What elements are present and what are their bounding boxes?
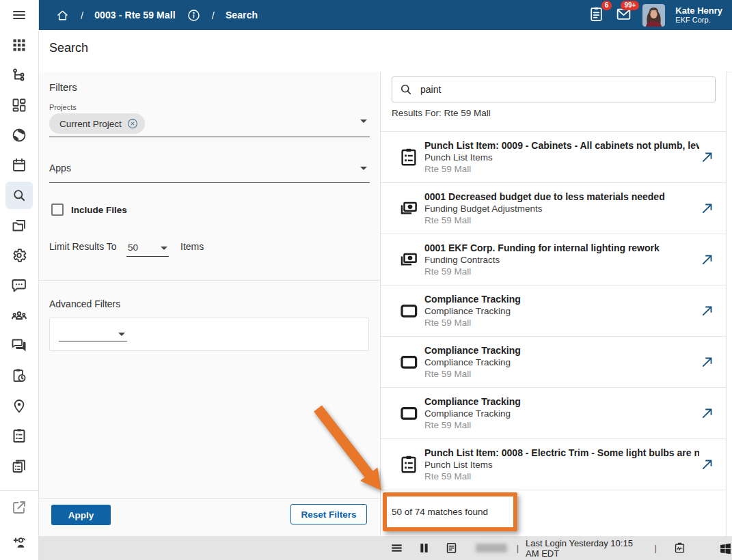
sidebar-item-folders[interactable] [0,210,39,240]
footer-separator: | [655,543,657,553]
user-company: EKF Corp. [675,16,722,25]
result-title: Punch List Item: 0008 - Electric Trim - … [424,447,699,459]
funding-icon [398,249,419,270]
apps-label: Apps [49,163,71,173]
menu-icon [390,542,403,555]
result-text: Compliance Tracking Compliance Tracking … [424,396,699,431]
user-name: Kate Henry [675,5,722,16]
result-type: Punch List Items [424,152,699,163]
sidebar-item-groups[interactable] [0,300,39,331]
filters-action-bar: Apply Reset Filters [39,498,381,536]
mail-button[interactable]: 99+ [615,5,632,25]
windows-logo-icon [719,542,732,555]
sidebar-item-calendar[interactable] [0,150,39,180]
apply-button[interactable]: Apply [51,505,111,525]
breadcrumb-project[interactable]: 0003 - Rte 59 Mall [94,10,176,20]
home-icon [55,8,70,23]
limit-select-caret[interactable] [161,247,167,250]
redacted-text [476,544,507,552]
result-text: Compliance Tracking Compliance Tracking … [424,345,699,380]
result-title: Compliance Tracking [424,396,699,408]
include-files-checkbox[interactable] [51,204,64,216]
activity-monitor-icon [673,542,686,555]
filters-title: Filters [49,81,77,93]
sidebar-item-search[interactable] [0,180,39,210]
windows-taskbar-button[interactable] [719,542,732,555]
open-result-arrow-icon[interactable] [700,354,715,369]
sidebar-item-workflow[interactable] [0,60,39,90]
sidebar-item-settings[interactable] [0,240,39,270]
punch-list-icon [398,454,419,475]
limit-select-underline [126,256,169,257]
sidebar-item-feedback[interactable] [0,270,39,300]
reset-filters-button[interactable]: Reset Filters [290,504,367,524]
workflow-icon [11,67,27,83]
result-text: Punch List Item: 0009 - Cabinets - All c… [424,140,699,175]
result-row[interactable]: 0001 EKF Corp. Funding for internal ligh… [381,234,726,285]
punch-list-icon [398,147,419,167]
sidebar-item-globe[interactable] [0,120,39,150]
result-row[interactable]: Compliance Tracking Compliance Tracking … [381,388,726,439]
result-text: 0001 EKF Corp. Funding for internal ligh… [424,242,699,277]
chip-remove-icon[interactable] [126,117,139,130]
result-row[interactable]: Punch List Item: 0009 - Cabinets - All c… [381,132,726,183]
open-result-arrow-icon[interactable] [700,150,715,165]
result-type-icon [398,454,422,475]
user-avatar[interactable] [642,4,665,27]
gear-icon [11,247,27,264]
apps-select-underline [49,182,370,183]
project-chip-label: Current Project [59,119,122,129]
project-info-button[interactable] [187,8,201,23]
result-row[interactable]: Compliance Tracking Compliance Tracking … [381,285,726,337]
open-result-arrow-icon[interactable] [700,406,715,421]
project-chip[interactable]: Current Project [49,113,145,134]
sidebar-item-add-person[interactable] [0,528,39,558]
sidebar-item-punch-list-copy[interactable] [0,451,39,481]
result-type: Funding Budget Adjustments [424,203,699,214]
footer-pause-button[interactable] [418,542,431,555]
sidebar-item-forum[interactable] [0,331,39,361]
folders-icon [11,217,27,234]
open-result-arrow-icon[interactable] [700,252,715,267]
open-result-arrow-icon[interactable] [700,303,715,318]
limit-results-label: Limit Results To [49,241,117,252]
sidebar-item-punch-list[interactable] [0,421,39,451]
result-project: Rte 59 Mall [424,471,699,482]
apps-grid-icon [11,37,27,53]
sidebar-item-time-tracking[interactable] [0,361,39,391]
result-row[interactable]: Compliance Tracking Compliance Tracking … [381,337,726,388]
hamburger-menu-button[interactable] [0,0,39,30]
result-row[interactable]: Punch List Item: 0008 - Electric Trim - … [381,439,726,490]
user-menu[interactable]: Kate Henry EKF Corp. [675,5,722,25]
results-for-label: Results For: Rte 59 Mall [392,108,491,118]
footer-activity-button[interactable] [673,542,686,555]
home-button[interactable] [55,8,70,23]
result-row[interactable]: 0001 Decreased budget due to less materi… [381,183,726,234]
header-actions: 6 99+ Kate Henry EKF Corp. [588,4,732,27]
search-input[interactable] [420,84,708,95]
breadcrumb-separator: / [212,10,215,21]
footer-menu-button[interactable] [390,542,403,555]
include-files-option[interactable]: Include Files [51,204,127,216]
apps-select-caret[interactable] [360,167,367,170]
breadcrumb-page: Search [226,10,258,20]
sidebar-item-locations[interactable] [0,391,39,421]
open-result-arrow-icon[interactable] [700,457,715,472]
advanced-select-caret[interactable] [118,333,125,336]
result-project: Rte 59 Mall [424,214,699,226]
result-project: Rte 59 Mall [424,163,699,175]
forum-icon [11,337,27,354]
footer-document-button[interactable] [445,542,458,555]
clipboard-clock-icon [11,367,27,384]
compliance-icon [398,352,419,372]
projects-select-caret[interactable] [360,120,367,123]
advanced-filters-title: Advanced Filters [49,298,120,309]
limit-results-value[interactable]: 50 [128,242,138,253]
sidebar-item-apps-grid[interactable] [0,30,39,60]
results-panel: Results For: Rte 59 Mall Punch List Item… [381,72,727,536]
open-result-arrow-icon[interactable] [700,201,715,216]
sidebar-item-dashboard[interactable] [0,90,39,120]
tasks-button[interactable]: 6 [588,5,605,25]
sidebar-item-external-link[interactable] [0,492,39,522]
search-icon [399,83,413,96]
